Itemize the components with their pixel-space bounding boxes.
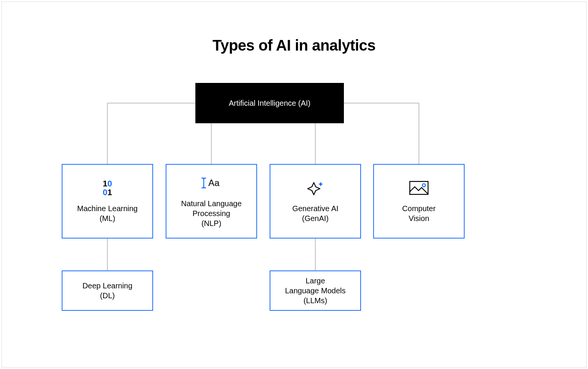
node-label: Machine Learning (ML) (77, 204, 138, 223)
svg-point-10 (422, 184, 425, 187)
root-label: Artificial Intelligence (AI) (229, 99, 311, 108)
node-label: Generative AI (GenAI) (292, 204, 338, 223)
node-label: Computer Vision (402, 204, 436, 223)
sparkle-icon (306, 179, 324, 197)
diagram-frame: Types of AI in analytics Artificial Inte… (2, 2, 586, 367)
node-machine-learning: 10 01 Machine Learning (ML) (62, 164, 153, 239)
node-label: Large Language Models (LLMs) (285, 276, 345, 305)
node-label: Natural Language Processing (NLP) (181, 199, 241, 228)
image-icon (409, 179, 429, 197)
svg-text:Aa: Aa (208, 178, 220, 188)
root-node-ai: Artificial Intelligence (AI) (195, 83, 344, 123)
node-computer-vision: Computer Vision (373, 164, 465, 239)
node-deep-learning: Deep Learning (DL) (62, 270, 153, 311)
svg-rect-9 (410, 181, 428, 194)
binary-icon: 10 01 (103, 179, 112, 197)
node-nlp: Aa Natural Language Processing (NLP) (166, 164, 257, 239)
diagram-title: Types of AI in analytics (2, 37, 586, 54)
node-llms: Large Language Models (LLMs) (270, 270, 361, 311)
node-genai: Generative AI (GenAI) (270, 164, 361, 239)
text-cursor-icon: Aa (200, 174, 223, 192)
node-label: Deep Learning (DL) (82, 281, 132, 301)
